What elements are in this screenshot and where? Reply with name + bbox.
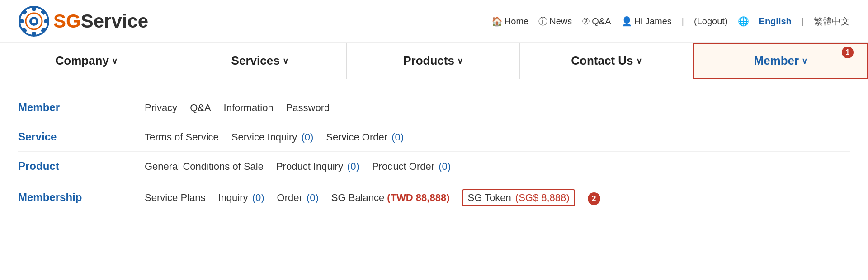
news-link[interactable]: ⓘ News: [538, 15, 572, 28]
membership-label: Membership: [18, 191, 145, 204]
service-links: Terms of Service Service Inquiry (0) Ser…: [145, 131, 404, 143]
password-link[interactable]: Password: [286, 102, 330, 114]
member-dropdown: Member Privacy Q&A Information Password …: [0, 79, 868, 233]
service-order-link[interactable]: Service Order (0): [326, 131, 404, 143]
chevron-down-icon: ∨: [457, 56, 463, 66]
privacy-link[interactable]: Privacy: [145, 102, 177, 114]
product-order-link[interactable]: Product Order (0): [372, 161, 451, 173]
globe-icon: 🌐: [738, 16, 749, 27]
divider: |: [682, 16, 684, 27]
svg-rect-5: [44, 19, 49, 23]
nav-company[interactable]: Company ∨: [0, 43, 173, 79]
top-links: 🏠 Home ⓘ News ② Q&A 👤 Hi James | (Logout…: [491, 15, 850, 28]
home-icon: 🏠: [491, 16, 503, 27]
badge-num: 1: [842, 47, 854, 58]
divider2: |: [802, 16, 804, 27]
inquiry-link[interactable]: Inquiry (0): [218, 192, 264, 204]
chevron-down-icon: ∨: [636, 56, 642, 66]
general-conditions-link[interactable]: General Conditions of Sale: [145, 161, 264, 173]
user-link[interactable]: 👤 Hi James: [621, 16, 672, 27]
nav-contactus[interactable]: Contact Us ∨: [520, 43, 693, 79]
terms-of-service-link[interactable]: Terms of Service: [145, 131, 219, 143]
qa-member-link[interactable]: Q&A: [190, 102, 211, 114]
svg-point-11: [32, 19, 36, 23]
svg-rect-2: [32, 6, 36, 11]
home-link[interactable]: 🏠 Home: [491, 16, 528, 27]
logout-link[interactable]: (Logout): [694, 16, 728, 27]
chevron-down-icon: ∨: [112, 56, 118, 66]
logo-icon: [18, 5, 50, 37]
svg-rect-6: [22, 9, 28, 15]
svg-rect-8: [22, 28, 28, 33]
service-plans-link[interactable]: Service Plans: [145, 192, 206, 204]
service-label: Service: [18, 131, 145, 143]
badge2: 2: [588, 192, 600, 205]
product-links: General Conditions of Sale Product Inqui…: [145, 161, 451, 173]
nav-products[interactable]: Products ∨: [347, 43, 520, 79]
information-link[interactable]: Information: [224, 102, 274, 114]
product-label: Product: [18, 160, 145, 173]
nav-services[interactable]: Services ∨: [173, 43, 346, 79]
nav-member[interactable]: 1 Member ∨: [693, 43, 868, 79]
chevron-down-icon: ∨: [283, 56, 288, 66]
svg-rect-4: [19, 19, 24, 23]
lang-en-link[interactable]: English: [759, 16, 792, 27]
sg-balance: SG Balance (TWD 88,888): [331, 192, 450, 204]
service-row: Service Terms of Service Service Inquiry…: [18, 122, 850, 152]
sg-token-link[interactable]: SG Token (SG$ 8,888): [462, 189, 575, 206]
user-icon: 👤: [621, 16, 632, 27]
logo-text: SGService: [53, 10, 148, 32]
membership-row: Membership Service Plans Inquiry (0) Ord…: [18, 181, 850, 215]
svg-rect-3: [32, 32, 36, 36]
chevron-down-icon: ∨: [802, 56, 807, 66]
nav-bar: Company ∨ Services ∨ Products ∨ Contact …: [0, 43, 868, 79]
qa-icon: ②: [582, 16, 590, 27]
svg-rect-9: [41, 28, 47, 33]
product-inquiry-link[interactable]: Product Inquiry (0): [276, 161, 359, 173]
service-inquiry-link[interactable]: Service Inquiry (0): [231, 131, 314, 143]
member-label: Member: [18, 101, 145, 114]
info-icon: ⓘ: [538, 15, 547, 28]
member-row: Member Privacy Q&A Information Password: [18, 93, 850, 122]
membership-links: Service Plans Inquiry (0) Order (0) SG B…: [145, 189, 600, 206]
order-link[interactable]: Order (0): [277, 192, 319, 204]
member-links: Privacy Q&A Information Password: [145, 102, 330, 114]
logo: SGService: [18, 5, 148, 37]
lang-zh-link[interactable]: 繁體中文: [814, 15, 850, 28]
svg-rect-7: [41, 9, 47, 15]
top-bar: SGService 🏠 Home ⓘ News ② Q&A 👤 Hi James…: [0, 0, 868, 43]
qa-link[interactable]: ② Q&A: [582, 16, 611, 27]
product-row: Product General Conditions of Sale Produ…: [18, 152, 850, 181]
